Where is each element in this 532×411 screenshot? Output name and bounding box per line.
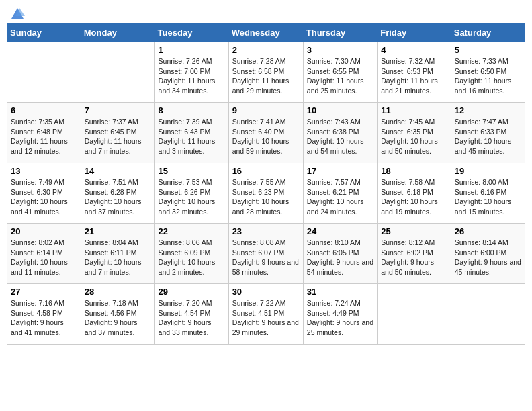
day-cell: 4Sunrise: 7:32 AM Sunset: 6:53 PM Daylig… [378,42,451,103]
day-number: 23 [232,226,300,236]
day-info: Sunrise: 7:51 AM Sunset: 6:28 PM Dayligh… [85,177,151,217]
header-sunday: Sunday [7,24,81,42]
week-row-2: 6Sunrise: 7:35 AM Sunset: 6:48 PM Daylig… [7,103,525,163]
header-wednesday: Wednesday [228,24,303,42]
day-cell: 6Sunrise: 7:35 AM Sunset: 6:48 PM Daylig… [7,103,81,163]
day-cell: 27Sunrise: 7:16 AM Sunset: 4:58 PM Dayli… [7,284,81,345]
day-number: 20 [11,226,77,236]
day-number: 10 [307,105,373,116]
day-cell [81,42,154,103]
day-info: Sunrise: 7:20 AM Sunset: 4:54 PM Dayligh… [159,298,225,338]
day-cell: 20Sunrise: 8:02 AM Sunset: 6:14 PM Dayli… [7,224,81,284]
day-cell: 14Sunrise: 7:51 AM Sunset: 6:28 PM Dayli… [81,163,154,224]
day-number: 15 [159,166,225,176]
week-row-1: 1Sunrise: 7:26 AM Sunset: 7:00 PM Daylig… [7,42,525,103]
day-cell: 12Sunrise: 7:47 AM Sunset: 6:33 PM Dayli… [451,103,525,163]
day-cell: 2Sunrise: 7:28 AM Sunset: 6:58 PM Daylig… [228,42,303,103]
day-number: 22 [159,226,225,236]
day-number: 13 [11,166,77,176]
day-cell: 19Sunrise: 8:00 AM Sunset: 6:16 PM Dayli… [451,163,525,224]
day-info: Sunrise: 7:47 AM Sunset: 6:33 PM Dayligh… [455,117,521,156]
day-number: 28 [85,287,151,297]
day-info: Sunrise: 8:12 AM Sunset: 6:02 PM Dayligh… [381,238,447,277]
day-cell: 30Sunrise: 7:22 AM Sunset: 4:51 PM Dayli… [228,284,303,345]
day-number: 25 [381,226,447,236]
day-cell: 9Sunrise: 7:41 AM Sunset: 6:40 PM Daylig… [228,103,303,163]
day-cell [451,284,525,345]
day-cell [7,42,81,103]
logo-icon [10,7,25,21]
day-number: 9 [232,105,300,116]
day-number: 19 [455,166,521,176]
day-cell: 29Sunrise: 7:20 AM Sunset: 4:54 PM Dayli… [154,284,228,345]
calendar-table: SundayMondayTuesdayWednesdayThursdayFrid… [7,23,525,345]
day-cell: 22Sunrise: 8:06 AM Sunset: 6:09 PM Dayli… [154,224,228,284]
day-info: Sunrise: 7:24 AM Sunset: 4:49 PM Dayligh… [307,298,373,338]
day-info: Sunrise: 8:00 AM Sunset: 6:16 PM Dayligh… [455,177,521,217]
day-cell: 16Sunrise: 7:55 AM Sunset: 6:23 PM Dayli… [228,163,303,224]
day-cell: 17Sunrise: 7:57 AM Sunset: 6:21 PM Dayli… [303,163,377,224]
day-info: Sunrise: 7:28 AM Sunset: 6:58 PM Dayligh… [232,56,300,96]
day-info: Sunrise: 7:41 AM Sunset: 6:40 PM Dayligh… [232,117,300,156]
day-cell: 1Sunrise: 7:26 AM Sunset: 7:00 PM Daylig… [154,42,228,103]
day-cell: 24Sunrise: 8:10 AM Sunset: 6:05 PM Dayli… [303,224,377,284]
day-info: Sunrise: 8:06 AM Sunset: 6:09 PM Dayligh… [159,238,225,277]
week-row-5: 27Sunrise: 7:16 AM Sunset: 4:58 PM Dayli… [7,284,525,345]
day-info: Sunrise: 7:33 AM Sunset: 6:50 PM Dayligh… [455,56,521,96]
day-number: 26 [455,226,521,236]
day-number: 1 [159,45,225,55]
day-cell: 13Sunrise: 7:49 AM Sunset: 6:30 PM Dayli… [7,163,81,224]
day-cell: 15Sunrise: 7:53 AM Sunset: 6:26 PM Dayli… [154,163,228,224]
week-row-4: 20Sunrise: 8:02 AM Sunset: 6:14 PM Dayli… [7,224,525,284]
day-cell: 3Sunrise: 7:30 AM Sunset: 6:55 PM Daylig… [303,42,377,103]
day-cell: 31Sunrise: 7:24 AM Sunset: 4:49 PM Dayli… [303,284,377,345]
header-tuesday: Tuesday [154,24,228,42]
day-info: Sunrise: 7:30 AM Sunset: 6:55 PM Dayligh… [307,56,373,96]
header-thursday: Thursday [303,24,377,42]
day-info: Sunrise: 8:10 AM Sunset: 6:05 PM Dayligh… [307,238,373,277]
day-number: 11 [381,105,447,116]
day-info: Sunrise: 7:18 AM Sunset: 4:56 PM Dayligh… [85,298,151,338]
day-info: Sunrise: 8:02 AM Sunset: 6:14 PM Dayligh… [11,238,77,277]
header-monday: Monday [81,24,154,42]
day-info: Sunrise: 7:16 AM Sunset: 4:58 PM Dayligh… [11,298,77,338]
day-number: 27 [11,287,77,297]
day-number: 31 [307,287,373,297]
day-number: 7 [85,105,151,116]
day-number: 17 [307,166,373,176]
day-number: 24 [307,226,373,236]
day-info: Sunrise: 7:55 AM Sunset: 6:23 PM Dayligh… [232,177,300,217]
day-number: 2 [232,45,300,55]
day-info: Sunrise: 8:04 AM Sunset: 6:11 PM Dayligh… [85,238,151,277]
day-cell: 10Sunrise: 7:43 AM Sunset: 6:38 PM Dayli… [303,103,377,163]
header-friday: Friday [378,24,451,42]
day-number: 5 [455,45,521,55]
day-cell: 28Sunrise: 7:18 AM Sunset: 4:56 PM Dayli… [81,284,154,345]
day-number: 18 [381,166,447,176]
day-info: Sunrise: 7:32 AM Sunset: 6:53 PM Dayligh… [381,56,447,96]
day-cell: 26Sunrise: 8:14 AM Sunset: 6:00 PM Dayli… [451,224,525,284]
day-info: Sunrise: 7:45 AM Sunset: 6:35 PM Dayligh… [381,117,447,156]
day-info: Sunrise: 7:49 AM Sunset: 6:30 PM Dayligh… [11,177,77,217]
day-number: 6 [11,105,77,116]
page-header [7,7,525,17]
day-cell: 5Sunrise: 7:33 AM Sunset: 6:50 PM Daylig… [451,42,525,103]
header-saturday: Saturday [451,24,525,42]
day-cell: 21Sunrise: 8:04 AM Sunset: 6:11 PM Dayli… [81,224,154,284]
day-cell: 25Sunrise: 8:12 AM Sunset: 6:02 PM Dayli… [378,224,451,284]
day-cell: 8Sunrise: 7:39 AM Sunset: 6:43 PM Daylig… [154,103,228,163]
day-cell: 23Sunrise: 8:08 AM Sunset: 6:07 PM Dayli… [228,224,303,284]
header-row: SundayMondayTuesdayWednesdayThursdayFrid… [7,24,525,42]
day-number: 16 [232,166,300,176]
day-info: Sunrise: 7:39 AM Sunset: 6:43 PM Dayligh… [159,117,225,156]
day-number: 29 [159,287,225,297]
day-info: Sunrise: 7:58 AM Sunset: 6:18 PM Dayligh… [381,177,447,217]
day-cell: 7Sunrise: 7:37 AM Sunset: 6:45 PM Daylig… [81,103,154,163]
day-number: 4 [381,45,447,55]
day-number: 30 [232,287,300,297]
day-number: 21 [85,226,151,236]
day-info: Sunrise: 8:08 AM Sunset: 6:07 PM Dayligh… [232,238,300,277]
day-info: Sunrise: 7:57 AM Sunset: 6:21 PM Dayligh… [307,177,373,217]
day-info: Sunrise: 7:37 AM Sunset: 6:45 PM Dayligh… [85,117,151,156]
day-info: Sunrise: 8:14 AM Sunset: 6:00 PM Dayligh… [455,238,521,277]
